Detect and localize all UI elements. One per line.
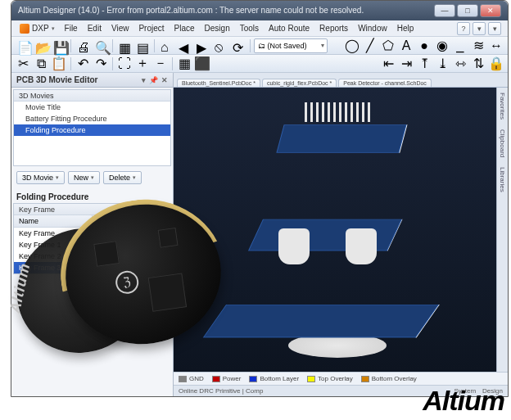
preview-button[interactable]: 🔍 (93, 38, 109, 53)
track-tool-button[interactable]: ⎯ (452, 38, 468, 53)
copy-button[interactable]: ⧉ (33, 56, 49, 71)
toolbar-row-1: 📄 📂 💾 🖨 🔍 ▦ ▤ ⌂ ◀ ▶ ⦸ ⟳ 🗂 (Not Saved) ◯ … (11, 37, 508, 55)
forward-button[interactable]: ▶ (194, 38, 210, 53)
circle-tool-button[interactable]: ◯ (344, 38, 360, 53)
save-state-combo[interactable]: 🗂 (Not Saved) (254, 38, 328, 53)
vault-icon: ▤ (137, 40, 148, 52)
save-button[interactable]: 💾 (51, 38, 67, 53)
panel-pin-icon[interactable]: 📌 (149, 76, 158, 84)
zoom-fit-button[interactable]: ⛶ (116, 56, 133, 71)
align-left-button[interactable]: ⇤ (380, 56, 396, 71)
menu-place[interactable]: Place (170, 24, 200, 33)
layer-button[interactable]: ▦ (176, 56, 192, 71)
toolbar-separator (70, 39, 71, 52)
new-icon: 📄 (17, 40, 29, 52)
movies-list: 3D Movies Movie Title Battery Fitting Pr… (13, 89, 171, 166)
save-state-icon: 🗂 (258, 42, 265, 50)
save-state-label: (Not Saved) (268, 42, 307, 50)
save-icon: 💾 (53, 40, 65, 52)
paste-button[interactable]: 📋 (51, 56, 67, 71)
align-top-button[interactable]: ⤒ (416, 56, 432, 71)
3d-button[interactable]: ⬛ (194, 56, 210, 71)
toolbar-separator (112, 39, 113, 52)
text-tool-button[interactable]: A (398, 38, 414, 53)
menu-dropdown-icon[interactable]: ▾ (473, 22, 486, 35)
doc-tab[interactable]: cubic_rigid_flex.PcbDoc * (262, 79, 337, 87)
home-button[interactable]: ⌂ (158, 38, 174, 53)
sidetab-favorites[interactable]: Favorites (499, 88, 506, 124)
menu-project[interactable]: Project (133, 24, 169, 33)
menu-tools[interactable]: Tools (235, 24, 264, 33)
movie-item[interactable]: Movie Title (14, 102, 170, 113)
close-button[interactable]: ✕ (480, 4, 501, 17)
menu-design[interactable]: Design (200, 24, 235, 33)
align-bottom-button[interactable]: ⤓ (434, 56, 450, 71)
pcb-top-board (276, 124, 406, 152)
print-icon: 🖨 (77, 40, 88, 52)
menu-edit[interactable]: Edit (83, 24, 106, 33)
align-right-button[interactable]: ⇥ (398, 56, 414, 71)
legend-item[interactable]: Bottom Layer (249, 375, 299, 382)
diff-tool-button[interactable]: ≋ (470, 38, 486, 53)
toolbar-separator (70, 57, 71, 70)
menu-view[interactable]: View (106, 24, 134, 33)
redo-button[interactable]: ↷ (93, 56, 109, 71)
pcb-mid-board (248, 219, 402, 251)
menu-help[interactable]: Help (392, 24, 419, 33)
line-tool-button[interactable]: ╱ (362, 38, 378, 53)
print-button[interactable]: 🖨 (75, 38, 91, 53)
panel-menu-icon[interactable]: ▾ (142, 76, 146, 84)
legend-item[interactable]: Top Overlay (307, 375, 353, 382)
back-icon: ◀ (179, 40, 190, 52)
home-icon: ⌂ (161, 40, 172, 52)
open-button[interactable]: 📂 (33, 38, 49, 53)
doc-tab[interactable]: Peak Detector - channel.SchDoc (338, 79, 432, 87)
refresh-button[interactable]: ⟳ (230, 38, 246, 53)
zoom-out-button[interactable]: － (152, 56, 169, 71)
forward-icon: ▶ (197, 40, 208, 52)
poly-tool-button[interactable]: ⬠ (380, 38, 396, 53)
pad-tool-button[interactable]: ◉ (434, 38, 450, 53)
window-buttons: — □ ✕ (434, 4, 501, 17)
toolbar-separator (172, 57, 173, 70)
via-tool-button[interactable]: ● (416, 38, 432, 53)
menu-window[interactable]: Window (353, 24, 392, 33)
movie-item[interactable]: Folding Procedure (14, 124, 170, 136)
distribute-h-button[interactable]: ⇿ (452, 56, 468, 71)
toolbar-separator (112, 57, 113, 70)
menu-autoroute[interactable]: Auto Route (264, 24, 314, 33)
toolbar-separator (250, 39, 251, 52)
stop-button[interactable]: ⦸ (212, 38, 228, 53)
legend-item[interactable]: Bottom Overlay (361, 375, 417, 382)
menu-help-icon[interactable]: ? (457, 22, 470, 35)
distribute-v-button[interactable]: ⇅ (470, 56, 486, 71)
panel-close-icon[interactable]: ✕ (161, 76, 168, 84)
swatch-icon (249, 376, 257, 382)
lock-button[interactable]: 🔒 (488, 56, 504, 71)
menu-dropdown2-icon[interactable]: ▾ (488, 22, 501, 35)
minimize-button[interactable]: — (434, 4, 455, 17)
back-button[interactable]: ◀ (176, 38, 192, 53)
new-doc-button[interactable]: 📄 (15, 38, 31, 53)
zoom-in-button[interactable]: ＋ (134, 56, 151, 71)
vault-button[interactable]: ▤ (134, 38, 151, 53)
chip-icon (148, 273, 187, 311)
menu-file[interactable]: File (60, 24, 83, 33)
sidetab-libraries[interactable]: Libraries (499, 162, 506, 197)
dxp-menu[interactable]: DXP ▾ (15, 24, 60, 34)
stop-icon: ⦸ (215, 40, 226, 52)
maximize-button[interactable]: □ (457, 4, 478, 17)
chip-icon (158, 228, 179, 248)
sidetab-clipboard[interactable]: Clipboard (499, 124, 506, 162)
menu-reports[interactable]: Reports (314, 24, 353, 33)
movie-item[interactable]: Battery Fitting Procedure (14, 113, 170, 124)
doc-tab[interactable]: Bluetooth_Sentinel.PcbDoc * (177, 79, 260, 87)
logo-mark-icon: ℨ (114, 269, 140, 296)
right-sidebar-tabs: Favorites Clipboard Libraries (496, 88, 508, 372)
brand-wordmark: Altium (423, 385, 504, 417)
undo-button[interactable]: ↶ (75, 56, 91, 71)
swatch-icon (307, 376, 315, 382)
cut-button[interactable]: ✂ (15, 56, 31, 71)
dimension-tool-button[interactable]: ↔ (488, 38, 504, 53)
workspace-button[interactable]: ▦ (116, 38, 133, 53)
